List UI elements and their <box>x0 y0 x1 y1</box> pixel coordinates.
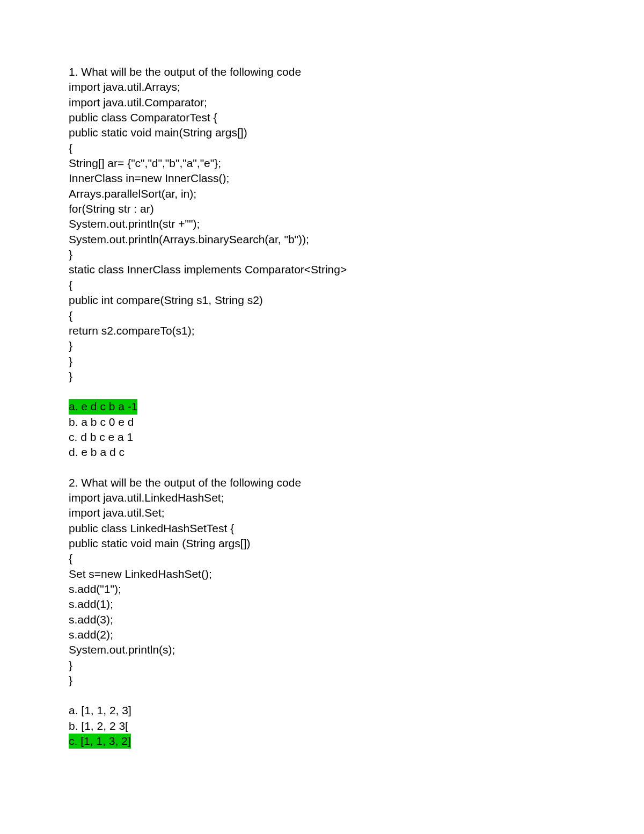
code-line: } <box>69 369 575 384</box>
answer-option-d: d. e b a d c <box>69 445 575 460</box>
code-line: return s2.compareTo(s1); <box>69 323 575 338</box>
code-line: public int compare(String s1, String s2) <box>69 293 575 308</box>
answer-option-b: b. [1, 2, 2 3[ <box>69 719 575 734</box>
answer-option-a: a. [1, 1, 2, 3] <box>69 703 575 718</box>
code-line: for(String str : ar) <box>69 201 575 216</box>
code-line: } <box>69 247 575 262</box>
code-line: String[] ar= {"c","d","b","a","e"}; <box>69 156 575 171</box>
code-line: public static void main(String args[]) <box>69 125 575 140</box>
code-line: { <box>69 141 575 156</box>
code-line: } <box>69 673 575 688</box>
code-line: s.add(2); <box>69 627 575 642</box>
code-line: } <box>69 354 575 369</box>
code-line: s.add("1"); <box>69 582 575 597</box>
code-line: } <box>69 658 575 673</box>
code-line: { <box>69 308 575 323</box>
answer-option-c: c. d b c e a 1 <box>69 430 575 445</box>
code-line: System.out.println(Arrays.binarySearch(a… <box>69 232 575 247</box>
answer-option-a: a. e d c b a -1 <box>69 399 137 414</box>
code-line: Set s=new LinkedHashSet(); <box>69 567 575 582</box>
code-line: Arrays.parallelSort(ar, in); <box>69 186 575 201</box>
answer-option-b: b. a b c 0 e d <box>69 415 575 430</box>
code-line: static class InnerClass implements Compa… <box>69 262 575 277</box>
code-line: import java.util.LinkedHashSet; <box>69 490 575 505</box>
question-1: 1. What will be the output of the follow… <box>69 64 575 460</box>
code-line: } <box>69 338 575 353</box>
code-line: System.out.println(s); <box>69 642 575 657</box>
question-title: 2. What will be the output of the follow… <box>69 475 575 490</box>
code-line: { <box>69 278 575 293</box>
question-title: 1. What will be the output of the follow… <box>69 64 575 79</box>
code-line: public class ComparatorTest { <box>69 110 575 125</box>
code-line: import java.util.Set; <box>69 505 575 520</box>
question-2: 2. What will be the output of the follow… <box>69 475 575 749</box>
code-line: public class LinkedHashSetTest { <box>69 521 575 536</box>
code-line: { <box>69 551 575 566</box>
code-line: public static void main (String args[]) <box>69 536 575 551</box>
code-line: import java.util.Arrays; <box>69 79 575 95</box>
code-line: import java.util.Comparator; <box>69 95 575 110</box>
code-line: InnerClass in=new InnerClass(); <box>69 171 575 186</box>
answer-option-c: c. [1, 1, 3, 2] <box>69 734 131 749</box>
code-line: s.add(1); <box>69 597 575 612</box>
code-line: s.add(3); <box>69 612 575 627</box>
code-line: System.out.println(str +""); <box>69 216 575 231</box>
